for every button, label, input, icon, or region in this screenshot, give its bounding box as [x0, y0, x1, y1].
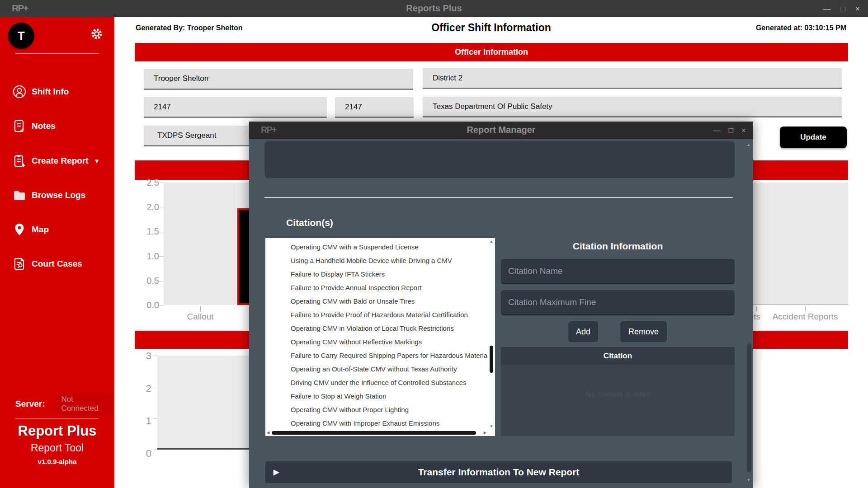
citation-information-heading: Citation Information [501, 241, 735, 252]
gear-icon[interactable] [90, 27, 104, 41]
scrollbar-thumb[interactable] [490, 346, 493, 373]
modal-scroll-up-icon[interactable]: ▲ [745, 143, 752, 147]
modal-title: Report Manager [249, 125, 753, 135]
minimize-icon[interactable]: — [713, 127, 721, 134]
citation-list-item[interactable]: Operating CMV with Improper Exhaust Emis… [265, 417, 487, 429]
maximize-icon[interactable]: □ [729, 127, 733, 134]
scroll-down-icon[interactable]: ▼ [488, 424, 495, 428]
y-tick-label: 2.5 [146, 178, 159, 188]
chevron-down-icon: ▼ [94, 158, 100, 164]
citation-list-item[interactable]: Operating CMV without Reflective Marking… [265, 335, 487, 349]
y-tick-label: 3 [146, 351, 151, 361]
right-chart-x-tick [805, 306, 806, 312]
window-titlebar[interactable]: RP+ Reports Plus — □ × [0, 0, 868, 17]
citation-name-input[interactable] [501, 259, 735, 284]
report-notes-textarea[interactable] [264, 141, 735, 178]
sidebar-item-label: Map [32, 225, 49, 235]
sidebar-item-label: Browse Logs [32, 190, 85, 200]
remove-button[interactable]: Remove [620, 321, 667, 342]
left-chart-ticks [159, 183, 164, 306]
citation-table-header: Citation [501, 347, 735, 365]
citation-list-item[interactable]: Operating CMV with a Suspended License [265, 240, 487, 254]
bottom-chart-y-axis: 3210 [132, 351, 151, 459]
window-controls: — □ × [823, 0, 860, 17]
right-chart-x-tick [756, 306, 757, 312]
citation-list-item[interactable]: Failure to Carry Required Shipping Paper… [265, 349, 487, 362]
district-field[interactable]: District 2 [423, 68, 842, 89]
department-field[interactable]: Texas Department Of Public Safety [423, 97, 842, 117]
create-report-icon [13, 154, 26, 168]
maximize-icon[interactable]: □ [841, 5, 845, 13]
citation-max-fine-input[interactable] [501, 290, 735, 315]
modal-scrollbar-thumb[interactable] [747, 343, 751, 472]
y-tick-label: 0.0 [146, 300, 159, 310]
citation-list-item[interactable]: Operating CMV with Bald or Unsafe Tires [265, 295, 487, 308]
citation-list-item[interactable]: Operating CMV without Proper Lighting [265, 403, 487, 417]
citation-list-item[interactable]: Driving CMV under the Influence of Contr… [265, 376, 487, 389]
notes-icon [13, 119, 26, 133]
transfer-button[interactable]: ▶ Transfer Information To New Report [265, 461, 732, 483]
scrollbar-thumb[interactable] [272, 431, 476, 435]
scroll-left-icon[interactable]: ◀ [267, 431, 269, 435]
citation-list-item[interactable]: Failure to Provide Annual Inspection Rep… [265, 281, 487, 295]
sidebar-item-notes[interactable]: Notes [0, 116, 114, 136]
left-chart-x-tick [200, 306, 201, 312]
generated-at-label: Generated at: 03:10:15 PM [756, 24, 846, 32]
minimize-icon[interactable]: — [823, 5, 831, 13]
modal-window-controls: — □ × [713, 122, 746, 139]
person-icon [13, 85, 26, 99]
add-button[interactable]: Add [568, 321, 598, 342]
transfer-button-label: Transfer Information To New Report [418, 467, 580, 477]
sidebar-item-map[interactable]: Map [0, 220, 114, 239]
scroll-right-icon[interactable]: ▶ [484, 431, 486, 435]
citation-list[interactable]: Operating CMV with a Suspended LicenseUs… [265, 238, 495, 436]
modal-scroll-down-icon[interactable]: ▼ [745, 478, 752, 482]
brand-subtitle: Report Tool [0, 442, 114, 454]
citation-list-item[interactable]: Using a Handheld Mobile Device while Dri… [265, 254, 487, 267]
close-icon[interactable]: × [855, 5, 860, 13]
citation-list-item[interactable]: Operating CMV in Violation of Local Truc… [265, 322, 487, 335]
sidebar: T Shift Info Notes Create Report [0, 17, 114, 488]
scroll-up-icon[interactable]: ▲ [488, 239, 495, 244]
empty-table-text: No content in table [501, 390, 735, 399]
y-tick-label: 1.5 [146, 226, 159, 236]
sidebar-item-browse-logs[interactable]: Browse Logs [0, 185, 114, 205]
citation-list-item[interactable]: Failure to Provide Proof of Hazardous Ma… [265, 308, 487, 322]
y-tick-label: 2 [146, 383, 151, 394]
sidebar-divider [15, 53, 99, 54]
sidebar-item-label: Create Report [32, 156, 89, 166]
brand-block: Report Plus Report Tool v1.0.9-alpha [0, 423, 114, 465]
app-window: RP+ Reports Plus — □ × T Shift Info [0, 0, 868, 488]
avatar[interactable]: T [8, 23, 34, 49]
officer-name-field[interactable]: Trooper Shelton [144, 69, 413, 90]
y-tick-label: 2.0 [146, 202, 159, 212]
page-title: Officer Shift Information [114, 22, 868, 34]
y-tick-label: 0.5 [146, 276, 159, 286]
y-tick-label: 1 [146, 416, 151, 427]
folder-icon [13, 188, 26, 202]
citation-list-vertical-scrollbar[interactable]: ▲ ▼ [488, 238, 495, 430]
citation-list-item[interactable]: Operating an Out-of-State CMV without Te… [265, 362, 487, 376]
sidebar-divider [15, 418, 99, 419]
court-cases-icon [13, 257, 26, 271]
modal-titlebar[interactable]: RP+ Report Manager — □ × [249, 122, 753, 139]
citation-table-body[interactable]: No content in table [501, 365, 735, 436]
server-row: Server: Not Connected [0, 396, 114, 412]
citation-list-item[interactable]: Failure to Stop at Weigh Station [265, 389, 487, 403]
sidebar-item-create-report[interactable]: Create Report ▼ [0, 151, 114, 171]
citation-list-items: Operating CMV with a Suspended LicenseUs… [265, 240, 487, 429]
close-icon[interactable]: × [741, 127, 746, 134]
left-chart-y-axis: 2.52.01.51.00.50.0 [132, 178, 159, 310]
sidebar-item-court-cases[interactable]: Court Cases [0, 254, 114, 274]
sidebar-item-shift-info[interactable]: Shift Info [0, 82, 114, 102]
badge-number-field[interactable]: 2147 [144, 97, 327, 118]
y-tick-label: 0 [146, 448, 151, 459]
citation-list-item[interactable]: Failure to Display IFTA Stickers [265, 267, 487, 281]
update-button[interactable]: Update [780, 127, 847, 148]
citation-list-horizontal-scrollbar[interactable]: ◀ ▶ [265, 430, 488, 436]
unit-number-field[interactable]: 2147 [335, 97, 414, 118]
right-chart-x-label: Accident Reports [760, 312, 850, 322]
sidebar-item-label: Notes [32, 121, 56, 131]
officer-information-banner: Officer Information [135, 43, 848, 61]
left-chart-x-label: Callout [178, 312, 223, 322]
